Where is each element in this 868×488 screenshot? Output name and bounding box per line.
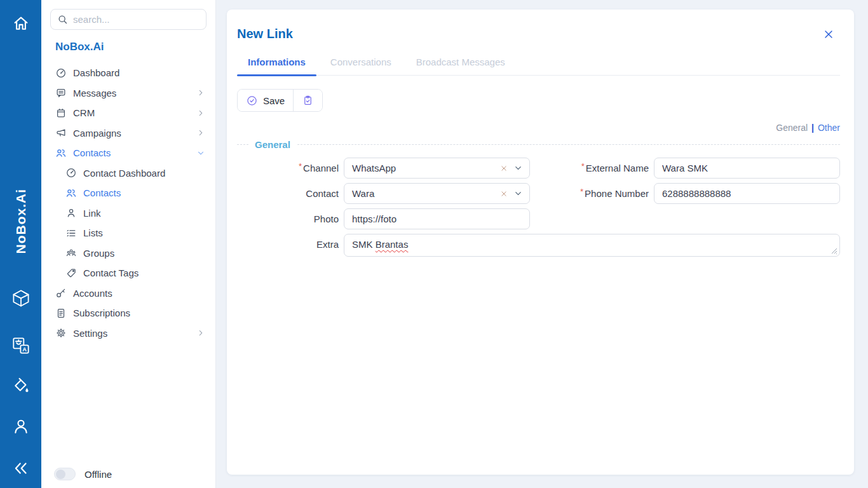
clear-icon[interactable]	[499, 164, 508, 173]
offline-toggle[interactable]	[54, 468, 76, 480]
sidebar-item-label: Campaigns	[73, 128, 121, 139]
search-input[interactable]	[73, 14, 200, 25]
sidebar-item-subscriptions[interactable]: Subscriptions	[41, 303, 215, 323]
messages-icon	[55, 87, 67, 98]
save-and-stay-button[interactable]	[293, 90, 322, 111]
sidebar-item-settings[interactable]: Settings	[41, 323, 215, 344]
clear-icon[interactable]	[499, 189, 508, 198]
sidebar-item-contact-tags[interactable]: Contact Tags	[41, 263, 215, 283]
save-button[interactable]: Save	[238, 90, 293, 111]
clipboard-check-icon	[302, 95, 314, 107]
sidebar-item-dashboard[interactable]: Dashboard	[41, 63, 215, 83]
groups-icon	[65, 247, 77, 259]
sidebar-item-label: Contacts	[83, 187, 121, 198]
home-icon[interactable]	[11, 14, 31, 33]
paint-icon[interactable]	[11, 376, 31, 395]
contacts-icon	[55, 147, 67, 159]
chevron-down-icon[interactable]	[513, 163, 523, 173]
required-asterisk: *	[581, 161, 585, 171]
general-section: General * Channel WhatsApp	[237, 139, 840, 257]
card-header: New Link	[237, 10, 840, 41]
key-icon	[55, 287, 67, 299]
chevron-down-icon[interactable]	[513, 189, 523, 198]
save-button-label: Save	[263, 95, 285, 106]
sidebar-item-contacts[interactable]: Contacts	[41, 143, 215, 163]
rail-brand-vertical: NoBox.Ai	[13, 189, 29, 254]
chevron-right-icon	[196, 88, 205, 97]
required-asterisk: *	[299, 161, 302, 171]
contact-dashboard-icon	[65, 167, 77, 179]
box-logo-icon[interactable]	[9, 287, 33, 311]
contact-select-value: Wara	[352, 188, 494, 199]
collapse-icon[interactable]	[11, 459, 31, 478]
sidebar: NoBox.Ai Dashboard Messages	[41, 0, 216, 488]
chevron-down-icon	[196, 149, 205, 158]
sidebar-item-label: Groups	[83, 248, 114, 259]
contacts-icon	[65, 187, 77, 199]
offline-row: Offline	[54, 468, 112, 480]
sidebar-item-contacts-sub[interactable]: Contacts	[41, 183, 215, 203]
external-name-input[interactable]	[654, 158, 840, 179]
sidebar-item-link[interactable]: Link	[41, 203, 215, 224]
sidebar-item-label: Messages	[73, 88, 116, 98]
app-rail: NoBox.Ai A	[0, 0, 41, 488]
search-icon	[57, 14, 68, 25]
tab-informations[interactable]: Informations	[237, 57, 316, 75]
sidebar-item-label: Link	[83, 208, 101, 219]
dashboard-icon	[55, 67, 67, 79]
tab-conversations[interactable]: Conversations	[320, 57, 402, 75]
sidebar-item-label: Lists	[83, 227, 103, 238]
search-box[interactable]	[50, 9, 207, 30]
tab-broadcast-messages[interactable]: Broadcast Messages	[405, 57, 516, 75]
sidebar-brand: NoBox.Ai	[55, 41, 215, 53]
phone-number-input[interactable]	[654, 183, 840, 204]
translate-icon[interactable]: A	[11, 336, 31, 356]
chevron-right-icon	[196, 128, 205, 137]
offline-label: Offline	[85, 469, 112, 480]
sidebar-item-contact-dashboard[interactable]: Contact Dashboard	[41, 163, 215, 184]
campaigns-icon	[55, 127, 67, 139]
sidebar-item-groups[interactable]: Groups	[41, 243, 215, 264]
gear-icon	[55, 327, 67, 339]
link-form: * Channel WhatsApp * External Name	[237, 158, 840, 257]
new-link-card: New Link Informations Conversations Broa…	[227, 10, 854, 475]
resize-grip-icon[interactable]	[831, 248, 837, 254]
sidebar-item-label: Subscriptions	[73, 308, 130, 318]
tag-icon	[65, 268, 77, 279]
lists-icon	[65, 227, 77, 239]
svg-text:A: A	[22, 346, 27, 353]
main-area: New Link Informations Conversations Broa…	[216, 0, 868, 488]
contact-label: Contact	[306, 188, 339, 199]
close-icon[interactable]	[822, 28, 835, 41]
extra-text: SMK	[352, 239, 376, 250]
photo-input[interactable]	[344, 208, 530, 229]
sidebar-item-label: Settings	[73, 328, 107, 339]
sidebar-item-messages[interactable]: Messages	[41, 83, 215, 104]
contact-select[interactable]: Wara	[344, 183, 530, 204]
sidebar-menu: Dashboard Messages CRM	[41, 63, 215, 343]
extra-label: Extra	[316, 239, 339, 250]
sidebar-item-crm[interactable]: CRM	[41, 103, 215, 123]
sidebar-item-label: Contact Tags	[83, 268, 139, 278]
sidebar-item-campaigns[interactable]: Campaigns	[41, 123, 215, 144]
sidebar-item-accounts[interactable]: Accounts	[41, 283, 215, 304]
jump-link-other[interactable]: Other	[818, 123, 840, 133]
section-jump-links: General|Other	[237, 123, 840, 133]
tab-bar: Informations Conversations Broadcast Mes…	[237, 57, 840, 76]
sidebar-item-label: Dashboard	[73, 67, 119, 78]
sidebar-item-label: Contact Dashboard	[83, 168, 165, 179]
sidebar-item-lists[interactable]: Lists	[41, 223, 215, 243]
toolbar: Save	[237, 89, 323, 112]
sidebar-item-label: CRM	[73, 107, 95, 118]
chevron-right-icon	[196, 329, 205, 337]
user-icon[interactable]	[11, 416, 31, 437]
jump-link-separator: |	[811, 123, 814, 133]
channel-select[interactable]: WhatsApp	[344, 158, 530, 179]
extra-textarea[interactable]: SMK Brantas	[344, 234, 840, 257]
external-name-label: * External Name	[581, 163, 649, 173]
extra-misspelled-word: Brantas	[376, 239, 409, 250]
toggle-knob	[56, 470, 65, 479]
channel-label: * Channel	[299, 163, 339, 173]
jump-link-general[interactable]: General	[776, 123, 808, 133]
page-title: New Link	[237, 27, 293, 41]
